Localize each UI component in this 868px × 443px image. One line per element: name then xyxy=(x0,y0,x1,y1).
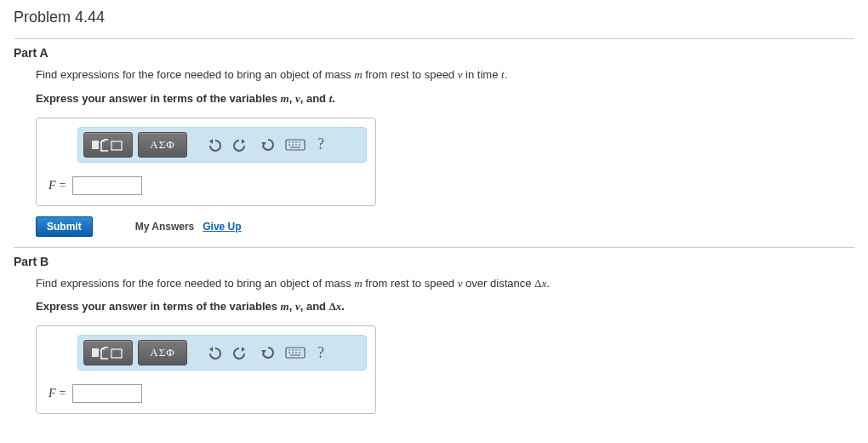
reset-button[interactable] xyxy=(257,341,279,365)
help-button[interactable]: ? xyxy=(311,341,330,365)
expr-label-b: F= xyxy=(49,387,66,400)
svg-rect-0 xyxy=(92,141,99,149)
expr-label-a: F= xyxy=(49,179,66,193)
redo-icon xyxy=(232,345,249,360)
reset-icon xyxy=(260,137,277,152)
undo-icon xyxy=(205,345,222,360)
redo-icon xyxy=(232,137,249,152)
redo-button[interactable] xyxy=(230,341,252,365)
greek-button[interactable]: ΑΣΦ xyxy=(138,132,187,158)
templates-button[interactable]: x xyxy=(83,340,133,365)
answer-input-a[interactable] xyxy=(72,176,142,195)
undo-button[interactable] xyxy=(203,133,225,157)
undo-icon xyxy=(205,137,222,152)
equation-toolbar: x ΑΣΦ xyxy=(77,127,367,163)
greek-button[interactable]: ΑΣΦ xyxy=(138,340,187,365)
keyboard-icon xyxy=(285,138,306,152)
svg-rect-2 xyxy=(111,141,122,150)
templates-button[interactable]: x xyxy=(83,132,133,158)
reset-button[interactable] xyxy=(257,133,279,157)
part-b: Part B Find expressions for the force ne… xyxy=(14,255,854,415)
part-b-label: Part B xyxy=(14,255,854,268)
give-up-link[interactable]: Give Up xyxy=(203,221,241,233)
part-a: Part A Find expressions for the force ne… xyxy=(14,46,854,237)
my-answers-link[interactable]: My Answers xyxy=(135,221,195,233)
part-a-prompt: Find expressions for the force needed to… xyxy=(36,66,854,83)
divider xyxy=(14,247,854,248)
part-b-hint: Express your answer in terms of the vari… xyxy=(36,300,854,314)
part-b-prompt: Find expressions for the force needed to… xyxy=(36,275,854,292)
divider xyxy=(14,38,854,39)
svg-rect-15 xyxy=(111,349,122,358)
problem-title: Problem 4.44 xyxy=(14,9,854,26)
keyboard-button[interactable] xyxy=(284,341,306,365)
submit-button[interactable]: Submit xyxy=(36,216,93,237)
svg-rect-13 xyxy=(92,348,99,357)
reset-icon xyxy=(260,345,277,360)
actions-row-a: Submit My Answers Give Up xyxy=(36,216,854,237)
redo-button[interactable] xyxy=(230,133,252,157)
answer-input-b[interactable] xyxy=(72,384,142,403)
answer-box-b: x ΑΣΦ xyxy=(36,325,376,414)
part-a-label: Part A xyxy=(14,46,854,60)
undo-button[interactable] xyxy=(203,341,225,365)
templates-icon: x xyxy=(91,137,125,152)
keyboard-icon xyxy=(285,346,306,360)
answer-box-a: x ΑΣΦ xyxy=(36,118,376,206)
help-button[interactable]: ? xyxy=(311,133,330,157)
part-a-hint: Express your answer in terms of the vari… xyxy=(36,92,854,106)
equation-toolbar: x ΑΣΦ xyxy=(77,335,367,371)
keyboard-button[interactable] xyxy=(284,133,306,157)
templates-icon: x xyxy=(91,345,125,360)
